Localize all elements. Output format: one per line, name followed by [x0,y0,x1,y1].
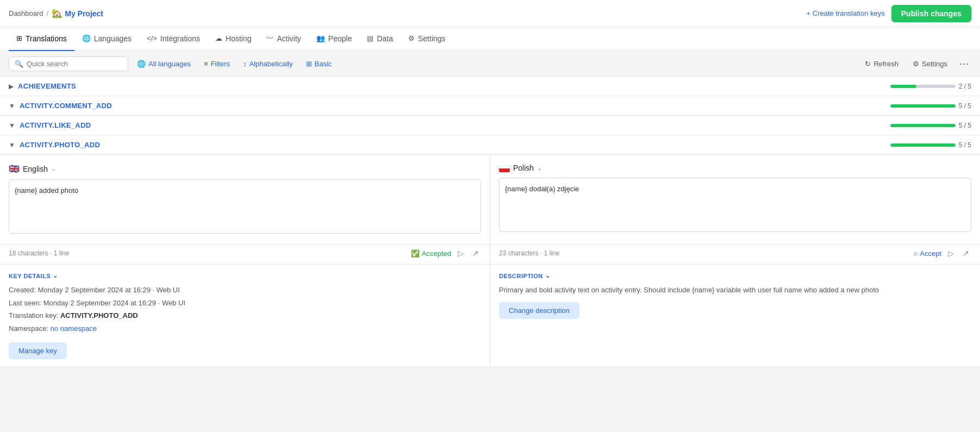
sort-icon: ↕ [243,60,247,68]
description-panel: DESCRIPTION ⌄ Primary and bold activity … [490,265,980,367]
people-icon: 👥 [316,34,325,42]
translation-col-english: 🇬🇧 English ⌄ {name} added photo [0,155,490,244]
alphabetically-button[interactable]: ↕ Alphabetically [239,58,297,70]
lang-name-polish: Polish [513,164,534,172]
chevron-down-photo-icon: ▼ [9,141,15,149]
translation-panel: 🇬🇧 English ⌄ {name} added photo Polish [0,155,980,367]
info-panels: KEY DETAILS ⌄ Created: Monday 2 Septembe… [0,264,980,367]
filters-button[interactable]: ≡ Filters [199,58,234,70]
breadcrumb-separator: / [47,9,49,17]
tab-people[interactable]: 👥 People [309,27,360,51]
translation-key-value: ACTIVITY.PHOTO_ADD [60,311,138,320]
translation-col-polish: Polish ⌄ {name} dodał(a) zdjęcie [490,155,980,244]
tab-translations[interactable]: ⊞ Translations [9,27,74,51]
section-achievements-left: ▶ ACHIEVEMENTS [9,82,76,90]
main-content: ▶ ACHIEVEMENTS 2 / 5 ▼ ACTIVITY.COMMENT_… [0,77,980,367]
toolbar: 🔍 🌐 All languages ≡ Filters ↕ Alphabetic… [0,51,980,77]
section-activity-like-add[interactable]: ▼ ACTIVITY.LIKE_ADD 5 / 5 [0,116,980,135]
chevron-right-icon: ▶ [9,83,14,90]
lang-header-polish: Polish ⌄ [499,164,971,172]
publish-changes-button[interactable]: Publish changes [891,5,971,22]
progress-bar-comment [890,104,956,108]
integrations-icon: </> [147,34,157,42]
last-seen-row: Last seen: Monday 2 September 2024 at 16… [9,298,481,309]
tab-languages[interactable]: 🌐 Languages [74,27,139,51]
section-photo-left: ▼ ACTIVITY.PHOTO_ADD [9,141,100,149]
lang-header-english: 🇬🇧 English ⌄ [9,164,481,174]
progress-text-like: 5 / 5 [959,122,971,129]
polish-footer-actions: ○ Accept ▷ ↗ [913,248,971,259]
polish-flag-bottom [499,168,510,172]
settings-button[interactable]: ⚙ Settings [908,58,952,70]
progress-fill-like [890,124,956,127]
progress-like: 5 / 5 [890,122,971,129]
project-icon: 🏡 [52,8,63,18]
progress-comment: 5 / 5 [890,102,971,110]
nav-tabs: ⊞ Translations 🌐 Languages </> Integrati… [0,27,980,51]
section-photo-name: ACTIVITY.PHOTO_ADD [20,141,100,149]
english-footer-actions: ✅ Accepted ▷ ↗ [411,248,481,259]
globe-icon: 🌐 [137,60,146,68]
translation-footer-english: 18 characters · 1 line ✅ Accepted ▷ ↗ [0,245,490,264]
section-activity-photo-add[interactable]: ▼ ACTIVITY.PHOTO_ADD 5 / 5 [0,135,980,155]
section-photo-right: 5 / 5 [890,141,971,149]
gear-icon: ⚙ [913,60,919,68]
section-like-left: ▼ ACTIVITY.LIKE_ADD [9,121,91,129]
section-activity-comment-add[interactable]: ▼ ACTIVITY.COMMENT_ADD 5 / 5 [0,96,980,116]
polish-char-count: 23 characters · 1 line [499,249,559,257]
polish-play-button[interactable]: ▷ [946,248,956,259]
all-languages-button[interactable]: 🌐 All languages [133,58,195,70]
hosting-icon: ☁ [215,34,222,42]
section-comment-left: ▼ ACTIVITY.COMMENT_ADD [9,102,112,110]
check-circle-icon: ✅ [411,249,420,258]
topbar-actions: + Create translation keys Publish change… [807,5,971,22]
progress-text-photo: 5 / 5 [959,141,971,149]
english-play-button[interactable]: ▷ [455,248,466,259]
key-details-title[interactable]: KEY DETAILS ⌄ [9,272,481,279]
basic-button[interactable]: ⊞ Basic [302,58,336,70]
section-achievements-name: ACHIEVEMENTS [18,82,76,90]
change-description-button[interactable]: Change description [499,302,579,319]
progress-achievements: 2 / 5 [890,83,971,90]
namespace-row: Namespace: no namespace [9,323,481,334]
accept-button[interactable]: ○ Accept [913,249,941,258]
translation-footers: 18 characters · 1 line ✅ Accepted ▷ ↗ 23… [0,244,980,264]
breadcrumb-project[interactable]: My Project [65,9,103,18]
lang-name-english: English [23,165,48,173]
tab-activity[interactable]: 〰 Activity [259,27,308,51]
lang-chevron-english[interactable]: ⌄ [51,165,56,172]
tab-integrations[interactable]: </> Integrations [139,27,208,51]
english-options-button[interactable]: ↗ [470,248,481,259]
polish-options-button[interactable]: ↗ [960,248,971,259]
data-icon: ▤ [367,34,373,42]
tab-data[interactable]: ▤ Data [359,27,401,51]
namespace-value: no namespace [51,324,97,333]
search-input[interactable] [27,60,122,68]
create-translation-keys-button[interactable]: + Create translation keys [807,9,885,17]
refresh-button[interactable]: ↻ Refresh [860,58,903,70]
description-text: Primary and bold activity text on activi… [499,285,971,296]
translations-icon: ⊞ [16,34,22,42]
progress-fill-photo [890,143,956,147]
section-like-right: 5 / 5 [890,122,971,129]
translation-textarea-polish[interactable]: {name} dodał(a) zdjęcie [499,178,971,232]
more-options-button[interactable]: ⋯ [957,55,971,72]
breadcrumb-dashboard[interactable]: Dashboard [9,9,43,17]
search-box[interactable]: 🔍 [9,57,128,71]
progress-fill-comment [890,104,956,108]
translation-textarea-english[interactable]: {name} added photo [9,179,481,234]
progress-text-achievements: 2 / 5 [959,83,971,90]
tab-hosting[interactable]: ☁ Hosting [208,27,259,51]
polish-flag [499,164,510,172]
description-title[interactable]: DESCRIPTION ⌄ [499,272,971,279]
settings-icon: ⚙ [408,34,415,42]
manage-key-button[interactable]: Manage key [9,342,67,359]
toolbar-right: ↻ Refresh ⚙ Settings ⋯ [860,55,971,72]
created-row: Created: Monday 2 September 2024 at 16:2… [9,285,481,296]
section-achievements[interactable]: ▶ ACHIEVEMENTS 2 / 5 [0,77,980,96]
tab-settings[interactable]: ⚙ Settings [401,27,453,51]
progress-bar-like [890,124,956,127]
accepted-badge: ✅ Accepted [411,249,451,258]
toolbar-left: 🔍 🌐 All languages ≡ Filters ↕ Alphabetic… [9,57,336,71]
lang-chevron-polish[interactable]: ⌄ [537,165,542,172]
